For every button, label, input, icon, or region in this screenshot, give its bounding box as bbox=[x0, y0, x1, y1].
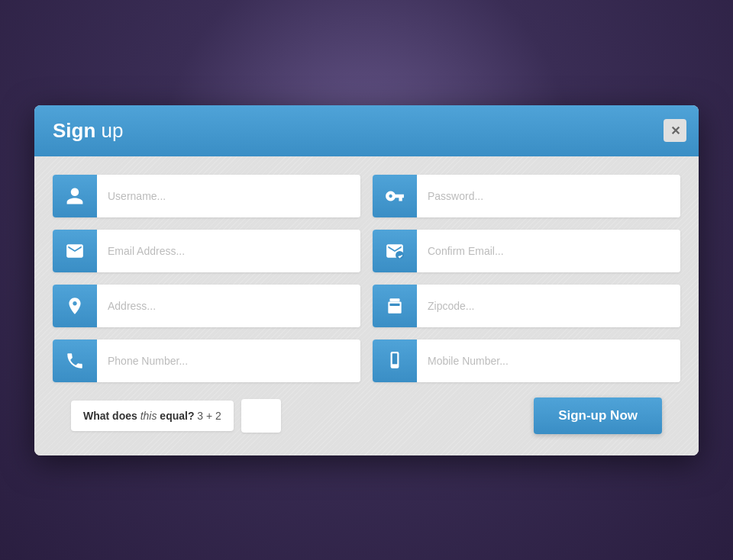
phone-input[interactable] bbox=[97, 340, 360, 382]
title-light: up bbox=[95, 119, 123, 142]
captcha-this: this bbox=[137, 410, 160, 422]
captcha-answer-input[interactable] bbox=[241, 399, 281, 433]
mobile-input[interactable] bbox=[417, 340, 680, 382]
modal-header: Sign up ✕ bbox=[34, 105, 699, 156]
zipcode-input[interactable] bbox=[417, 285, 680, 327]
mailbox-icon bbox=[373, 285, 417, 327]
address-input[interactable] bbox=[97, 285, 360, 327]
zipcode-group bbox=[373, 285, 680, 327]
signup-button[interactable]: Sign-up Now bbox=[534, 397, 662, 434]
email-group bbox=[53, 230, 360, 272]
email-input[interactable] bbox=[97, 230, 360, 272]
mobile-group bbox=[373, 340, 680, 382]
phone-icon bbox=[53, 340, 97, 382]
modal-body: What does this equal? 3 + 2 Sign-up Now bbox=[34, 156, 699, 455]
key-icon bbox=[373, 175, 417, 217]
close-button[interactable]: ✕ bbox=[664, 119, 686, 142]
confirm-email-group bbox=[373, 230, 680, 272]
user-icon bbox=[53, 175, 97, 217]
username-group bbox=[53, 175, 360, 217]
title-bold: Sign bbox=[53, 119, 95, 142]
signup-modal: Sign up ✕ bbox=[34, 105, 699, 455]
captcha-area: What does this equal? 3 + 2 bbox=[71, 399, 281, 433]
mobile-icon bbox=[373, 340, 417, 382]
confirm-email-input[interactable] bbox=[417, 230, 680, 272]
location-icon bbox=[53, 285, 97, 327]
modal-title: Sign up bbox=[53, 119, 124, 143]
email-check-icon bbox=[373, 230, 417, 272]
captcha-equal: equal? bbox=[160, 410, 194, 422]
email-icon bbox=[53, 230, 97, 272]
username-input[interactable] bbox=[97, 175, 360, 217]
captcha-label: What does this equal? 3 + 2 bbox=[71, 401, 234, 431]
captcha-what-does: What does bbox=[83, 410, 137, 422]
captcha-question: 3 + 2 bbox=[194, 410, 221, 422]
modal-footer: What does this equal? 3 + 2 Sign-up Now bbox=[53, 397, 680, 434]
password-group bbox=[373, 175, 680, 217]
address-group bbox=[53, 285, 360, 327]
form-grid bbox=[53, 175, 680, 382]
password-input[interactable] bbox=[417, 175, 680, 217]
phone-group bbox=[53, 340, 360, 382]
